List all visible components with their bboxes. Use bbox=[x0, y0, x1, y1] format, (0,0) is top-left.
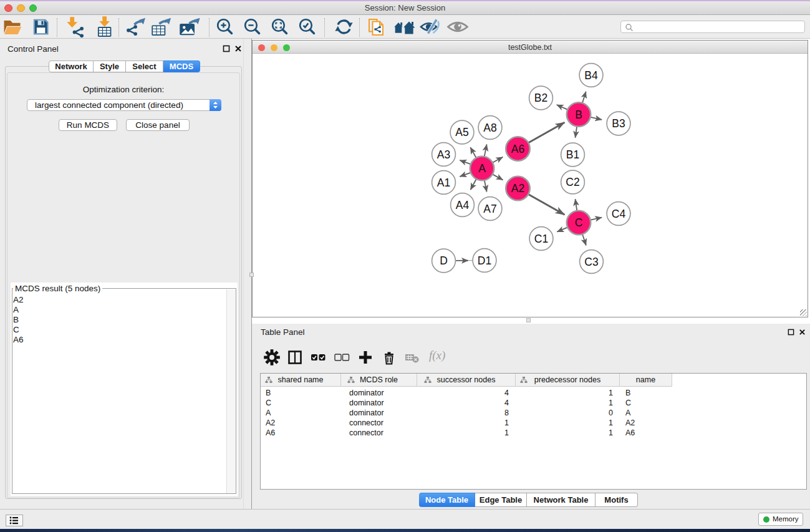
svg-text:C3: C3 bbox=[584, 256, 598, 268]
svg-text:B1: B1 bbox=[566, 148, 579, 161]
svg-text:B2: B2 bbox=[534, 92, 547, 104]
svg-text:A4: A4 bbox=[456, 199, 470, 211]
svg-text:A: A bbox=[478, 162, 486, 175]
svg-text:C: C bbox=[575, 216, 583, 229]
svg-text:C4: C4 bbox=[612, 208, 626, 220]
svg-text:A5: A5 bbox=[455, 126, 468, 138]
svg-text:D1: D1 bbox=[478, 254, 491, 267]
svg-text:C1: C1 bbox=[534, 233, 548, 245]
svg-text:B: B bbox=[575, 109, 582, 121]
svg-text:A2: A2 bbox=[511, 182, 524, 195]
svg-text:A3: A3 bbox=[437, 148, 450, 161]
svg-text:A8: A8 bbox=[483, 122, 496, 134]
svg-text:C2: C2 bbox=[566, 176, 579, 188]
svg-text:A7: A7 bbox=[483, 203, 496, 215]
svg-text:D: D bbox=[440, 254, 448, 267]
svg-text:B4: B4 bbox=[584, 69, 598, 82]
svg-text:A6: A6 bbox=[511, 143, 524, 155]
svg-text:B3: B3 bbox=[612, 117, 625, 130]
svg-text:A1: A1 bbox=[437, 177, 450, 189]
